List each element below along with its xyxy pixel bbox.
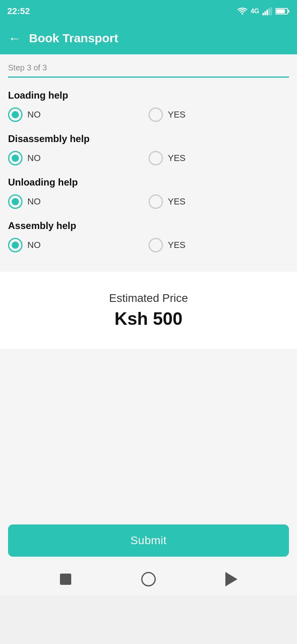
status-time: 22:52	[7, 6, 30, 17]
loading-help-label: Loading help	[8, 90, 289, 101]
svg-point-0	[241, 13, 243, 14]
svg-rect-5	[270, 7, 272, 15]
unloading-help-section: Unloading help NO YES	[8, 177, 289, 209]
disassembly-help-radio-group: NO YES	[8, 151, 289, 165]
unloading-help-yes-radio[interactable]	[148, 194, 163, 209]
svg-rect-1	[262, 13, 264, 15]
wifi-icon	[237, 7, 248, 15]
unloading-help-yes-option[interactable]: YES	[148, 194, 289, 209]
nav-square-button[interactable]	[58, 572, 73, 586]
page-title: Book Transport	[29, 31, 118, 45]
disassembly-help-yes-option[interactable]: YES	[148, 151, 289, 165]
unloading-help-radio-group: NO YES	[8, 194, 289, 209]
status-icons: 4G	[237, 7, 290, 15]
triangle-icon	[225, 572, 237, 586]
unloading-help-label: Unloading help	[8, 177, 289, 188]
assembly-help-label: Assembly help	[8, 220, 289, 231]
disassembly-help-no-label: NO	[27, 153, 41, 163]
disassembly-help-section: Disassembly help NO YES	[8, 133, 289, 165]
price-section: Estimated Price Ksh 500	[0, 272, 297, 349]
assembly-help-yes-label: YES	[168, 240, 186, 250]
nav-back-button[interactable]	[224, 572, 239, 586]
price-value: Ksh 500	[0, 309, 297, 329]
svg-rect-2	[264, 11, 266, 15]
network-label: 4G	[251, 8, 259, 15]
unloading-help-yes-label: YES	[168, 196, 186, 207]
app-bar: ← Book Transport	[0, 22, 297, 54]
svg-rect-4	[268, 8, 270, 15]
progress-section: Step 3 of 3	[0, 54, 297, 78]
circle-icon	[141, 572, 156, 586]
assembly-help-yes-option[interactable]: YES	[148, 238, 289, 252]
unloading-help-no-option[interactable]: NO	[8, 194, 148, 209]
svg-rect-8	[288, 10, 289, 12]
loading-help-yes-option[interactable]: YES	[148, 107, 289, 122]
svg-rect-7	[276, 9, 285, 13]
nav-home-button[interactable]	[141, 572, 156, 586]
disassembly-help-yes-radio[interactable]	[148, 151, 163, 165]
loading-help-radio-group: NO YES	[8, 107, 289, 122]
assembly-help-section: Assembly help NO YES	[8, 220, 289, 252]
step-label: Step 3 of 3	[8, 63, 289, 72]
submit-button[interactable]: Submit	[8, 524, 289, 557]
content-area: Loading help NO YES Disassembly help NO …	[0, 78, 297, 272]
loading-help-no-option[interactable]: NO	[8, 107, 148, 122]
battery-icon	[275, 8, 290, 15]
loading-help-yes-label: YES	[168, 109, 186, 120]
submit-section: Submit	[0, 518, 297, 563]
assembly-help-radio-group: NO YES	[8, 238, 289, 252]
loading-help-yes-radio[interactable]	[148, 107, 163, 122]
disassembly-help-no-radio[interactable]	[8, 151, 23, 165]
estimated-price-label: Estimated Price	[0, 292, 297, 305]
loading-help-section: Loading help NO YES	[8, 90, 289, 122]
back-button[interactable]: ←	[8, 31, 21, 46]
empty-area	[0, 349, 297, 518]
loading-help-no-label: NO	[27, 109, 41, 120]
signal-icon	[262, 7, 272, 15]
svg-rect-3	[266, 10, 268, 15]
bottom-nav	[0, 563, 297, 595]
unloading-help-no-label: NO	[27, 196, 41, 207]
unloading-help-no-radio[interactable]	[8, 194, 23, 209]
assembly-help-no-radio[interactable]	[8, 238, 23, 252]
disassembly-help-label: Disassembly help	[8, 133, 289, 144]
assembly-help-no-label: NO	[27, 240, 41, 250]
disassembly-help-yes-label: YES	[168, 153, 186, 163]
loading-help-no-radio[interactable]	[8, 107, 23, 122]
status-bar: 22:52 4G	[0, 0, 297, 22]
disassembly-help-no-option[interactable]: NO	[8, 151, 148, 165]
assembly-help-no-option[interactable]: NO	[8, 238, 148, 252]
assembly-help-yes-radio[interactable]	[148, 238, 163, 252]
square-icon	[60, 574, 71, 585]
